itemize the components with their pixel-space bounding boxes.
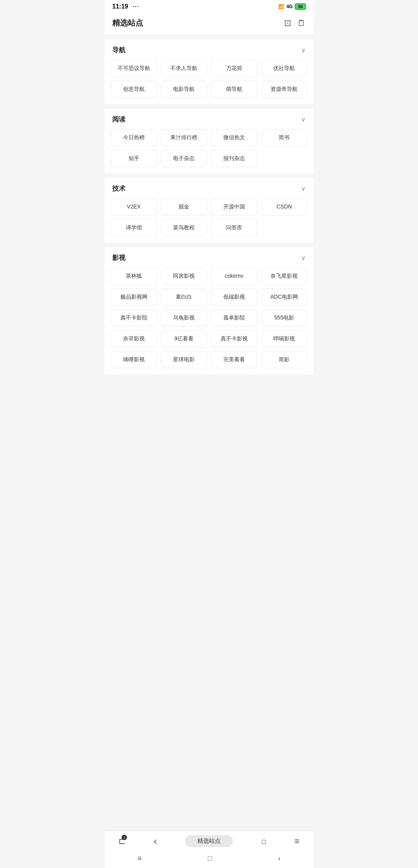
nav-tabs[interactable]: ⊏ 1	[118, 836, 125, 846]
nav-menu[interactable]: ≡	[295, 836, 300, 846]
status-time: 11:19	[112, 3, 128, 10]
signal-icon: 📶	[278, 4, 284, 9]
tag-item[interactable]: 555电影	[261, 309, 308, 326]
section-header-tech[interactable]: 技术∨	[104, 178, 314, 197]
sys-back-icon[interactable]: ‹	[278, 854, 281, 863]
section-header-navigation[interactable]: 导航∨	[104, 39, 314, 58]
status-right: 📶 4G 35	[278, 3, 306, 10]
page-title: 精选站点	[112, 18, 143, 28]
nav-home[interactable]: ⌂	[261, 836, 266, 846]
tag-item[interactable]: 不可思议导航	[111, 60, 157, 77]
menu-icon: ≡	[295, 836, 300, 846]
tag-item[interactable]: 问答库	[211, 219, 257, 236]
tag-item[interactable]: 茶杯狐	[111, 268, 157, 285]
tag-item[interactable]: 不求人导航	[161, 60, 207, 77]
tag-item[interactable]: 奈飞星影视	[261, 268, 308, 285]
tag-item[interactable]: cokemv	[211, 268, 257, 285]
tag-item[interactable]: 简影	[261, 351, 308, 368]
section-tech: 技术∨V2EX掘金开源中国CSDN译学馆菜鸟教程问答库	[104, 178, 314, 243]
sys-menu-icon[interactable]: ≡	[137, 854, 142, 863]
tag-item[interactable]: CSDN	[261, 198, 308, 215]
content-area: 导航∨不可思议导航不求人导航万花筒优社导航创意导航电影导航萌导航资源帝导航阅读∨…	[104, 39, 314, 425]
back-icon: ‹	[154, 835, 157, 847]
tag-item[interactable]: 真不卡影视	[211, 330, 257, 347]
tag-item[interactable]: 创意导航	[111, 81, 157, 98]
tag-item[interactable]: 奈菲影视	[111, 330, 157, 347]
tag-item[interactable]: V2EX	[111, 198, 157, 215]
tag-item[interactable]: 素白白	[161, 289, 207, 306]
tag-item[interactable]: 果汁排行榜	[161, 129, 207, 146]
scan-icon[interactable]: ⊡	[284, 18, 291, 28]
network-type: 4G	[286, 4, 293, 9]
tag-item[interactable]: 孤单影院	[211, 309, 257, 326]
tag-item[interactable]: 极品影视网	[111, 289, 157, 306]
tags-grid-navigation: 不可思议导航不求人导航万花筒优社导航创意导航电影导航萌导航资源帝导航	[104, 58, 314, 104]
tag-item[interactable]: 译学馆	[111, 219, 157, 236]
header-icons: ⊡ 🗒	[284, 18, 306, 28]
bookmark-icon[interactable]: 🗒	[297, 18, 306, 28]
tag-item[interactable]: 微信热文	[211, 129, 257, 146]
tags-grid-tech: V2EX掘金开源中国CSDN译学馆菜鸟教程问答库	[104, 197, 314, 243]
tags-grid-video: 茶杯狐阿房影视cokemv奈飞星影视极品影视网素白白低端影视ADC电影网真不卡影…	[104, 266, 314, 374]
tag-item[interactable]: 报刊杂志	[211, 150, 257, 167]
section-title-tech: 技术	[112, 184, 125, 193]
section-video: 影视∨茶杯狐阿房影视cokemv奈飞星影视极品影视网素白白低端影视ADC电影网真…	[104, 247, 314, 374]
chevron-down-icon: ∨	[301, 185, 306, 192]
tag-item[interactable]: 开源中国	[211, 198, 257, 215]
chevron-down-icon: ∨	[301, 46, 306, 54]
tag-item[interactable]: 优社导航	[261, 60, 308, 77]
tag-item[interactable]: 万花筒	[211, 60, 257, 77]
page-header: 精选站点 ⊡ 🗒	[104, 12, 314, 35]
status-dots: ···	[133, 3, 140, 10]
tag-item[interactable]: 知乎	[111, 150, 157, 167]
home-icon: ⌂	[261, 836, 266, 846]
tags-grid-reading: 今日热榜果汁排行榜微信热文简书知乎电子杂志报刊杂志	[104, 128, 314, 173]
tag-item[interactable]: 星球电影	[161, 351, 207, 368]
section-header-reading[interactable]: 阅读∨	[104, 109, 314, 128]
battery-indicator: 35	[295, 3, 306, 10]
section-title-navigation: 导航	[112, 46, 125, 55]
tag-item[interactable]: ADC电影网	[261, 289, 308, 306]
status-bar: 11:19 ··· 📶 4G 35	[104, 0, 314, 12]
tag-item[interactable]: 真不卡影院	[111, 309, 157, 326]
bottom-navigation: ⊏ 1 ‹ 精选站点 ⌂ ≡	[104, 831, 314, 851]
tab-badge: 1	[122, 835, 127, 840]
section-navigation: 导航∨不可思议导航不求人导航万花筒优社导航创意导航电影导航萌导航资源帝导航	[104, 39, 314, 104]
chevron-down-icon: ∨	[301, 254, 306, 261]
sys-home-icon[interactable]: □	[208, 854, 212, 863]
tag-item[interactable]: 今日热榜	[111, 129, 157, 146]
nav-back[interactable]: ‹	[154, 835, 157, 847]
tag-item[interactable]: 资源帝导航	[261, 81, 308, 98]
tag-item[interactable]: 嘀哩影视	[111, 351, 157, 368]
tag-item[interactable]: 乌龟影视	[161, 309, 207, 326]
section-reading: 阅读∨今日热榜果汁排行榜微信热文简书知乎电子杂志报刊杂志	[104, 109, 314, 173]
tag-item[interactable]: 掘金	[161, 198, 207, 215]
tag-item[interactable]: 低端影视	[211, 289, 257, 306]
section-title-video: 影视	[112, 253, 125, 262]
tag-item[interactable]: 菜鸟教程	[161, 219, 207, 236]
tag-item[interactable]: 简书	[261, 129, 308, 146]
tag-item[interactable]: 完美看看	[211, 351, 257, 368]
system-bar: ≡ □ ‹	[104, 851, 314, 868]
section-header-video[interactable]: 影视∨	[104, 247, 314, 266]
tag-item[interactable]: 阿房影视	[161, 268, 207, 285]
tag-item[interactable]: 9亿看看	[161, 330, 207, 347]
tag-item[interactable]: 哔嗝影视	[261, 330, 308, 347]
section-title-reading: 阅读	[112, 115, 125, 124]
tag-item[interactable]: 萌导航	[211, 81, 257, 98]
chevron-down-icon: ∨	[301, 116, 306, 123]
tag-item[interactable]: 电子杂志	[161, 150, 207, 167]
nav-center-label[interactable]: 精选站点	[185, 835, 233, 847]
tag-item[interactable]: 电影导航	[161, 81, 207, 98]
